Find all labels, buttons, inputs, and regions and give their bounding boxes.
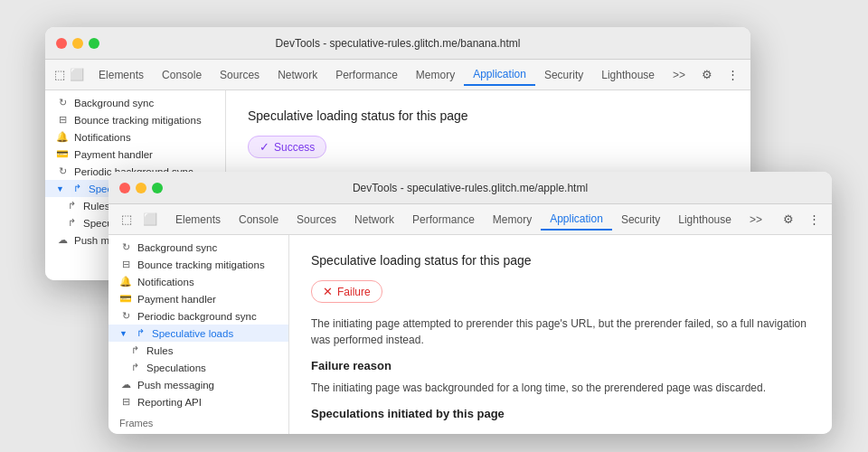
reporting-icon: ⊟ [119, 396, 132, 408]
panel-title-1: Speculative loading status for this page [248, 108, 729, 123]
periodic-icon-2: ↻ [119, 310, 132, 322]
inspect-icon-2[interactable]: ⬚ [116, 209, 137, 231]
bounce-icon-2: ⊟ [119, 259, 132, 270]
tab-memory[interactable]: Memory [407, 65, 464, 85]
sidebar-bounce-tracking[interactable]: ⊟ Bounce tracking mitigations [45, 111, 225, 128]
sidebar2-push-messaging[interactable]: ☁ Push messaging [108, 376, 288, 393]
payment-icon-2: 💳 [119, 293, 132, 305]
settings-icon-2[interactable]: ⚙ [778, 209, 799, 231]
tab-performance[interactable]: Performance [326, 65, 407, 85]
settings-icon[interactable]: ⚙ [696, 64, 718, 86]
tab-console[interactable]: Console [153, 65, 211, 85]
expand-icon: ▼ [56, 184, 65, 193]
sidebar2-speculative-loads[interactable]: ▼ ↱ Speculative loads [108, 325, 288, 342]
success-badge: ✓ Success [248, 136, 326, 158]
maximize-button-1[interactable] [89, 38, 99, 49]
tab2-more[interactable]: >> [741, 210, 771, 230]
inspect-icon[interactable]: ⬚ [52, 64, 68, 86]
window-title-2: DevTools - speculative-rules.glitch.me/a… [353, 182, 588, 194]
tab2-elements[interactable]: Elements [166, 210, 230, 230]
sidebar-label: Rules [146, 345, 173, 356]
title-bar-2: DevTools - speculative-rules.glitch.me/a… [108, 172, 832, 204]
more-icon-2[interactable]: ⋮ [803, 209, 825, 231]
sidebar-notifications[interactable]: 🔔 Notifications [45, 128, 225, 146]
close-button-1[interactable] [56, 38, 67, 49]
main-panel-2: Speculative loading status for this page… [289, 235, 832, 434]
speculations-label: Speculations initiated by this page [311, 407, 810, 420]
speculative-icon: ↱ [71, 183, 83, 194]
notification-icon: 🔔 [56, 131, 69, 143]
minimize-button-1[interactable] [72, 38, 83, 49]
content-area-2: ↻ Background sync ⊟ Bounce tracking miti… [108, 235, 832, 434]
sidebar-2: ↻ Background sync ⊟ Bounce tracking miti… [108, 235, 289, 434]
more-icon[interactable]: ⋮ [722, 64, 743, 86]
tab2-lighthouse[interactable]: Lighthouse [669, 210, 741, 230]
tab-list-2: Elements Console Sources Network Perform… [166, 209, 776, 231]
sidebar-label: Notifications [74, 132, 131, 143]
toolbar-right-1: ⚙ ⋮ [696, 64, 743, 86]
tab-more[interactable]: >> [664, 65, 694, 85]
sidebar-label: Payment handler [74, 149, 153, 160]
sidebar-label: Speculations [146, 363, 206, 373]
sidebar2-speculations[interactable]: ↱ Speculations [108, 359, 288, 376]
toolbar-2: ⬚ ⬜ Elements Console Sources Network Per… [108, 204, 832, 235]
tab2-security[interactable]: Security [612, 210, 669, 230]
tab2-sources[interactable]: Sources [288, 210, 345, 230]
tab-elements[interactable]: Elements [90, 65, 153, 85]
sidebar2-payment-handler[interactable]: 💳 Payment handler [108, 290, 288, 307]
failure-reason-text: The initiating page was backgrounded for… [311, 380, 810, 396]
tab2-performance[interactable]: Performance [403, 210, 484, 230]
tab2-network[interactable]: Network [345, 210, 403, 230]
sync-icon-2: ↻ [119, 241, 132, 253]
tab-list-1: Elements Console Sources Network Perform… [90, 64, 694, 86]
maximize-button-2[interactable] [152, 183, 163, 193]
tab-application[interactable]: Application [464, 64, 535, 86]
sidebar2-reporting-api[interactable]: ⊟ Reporting API [108, 393, 288, 410]
sidebar-label: Payment handler [137, 294, 216, 305]
success-icon: ✓ [259, 140, 269, 154]
bounce-icon: ⊟ [56, 114, 69, 126]
toolbar-1: ⬚ ⬜ Elements Console Sources Network Per… [45, 60, 750, 90]
sidebar-label: Periodic background sync [137, 311, 257, 322]
minimize-button-2[interactable] [136, 183, 146, 193]
panel-title-2: Speculative loading status for this page [311, 253, 810, 268]
frames-label: Frames [108, 414, 288, 432]
rules-icon-2: ↱ [128, 344, 141, 356]
sync-icon: ↻ [56, 97, 69, 108]
sidebar2-bounce-tracking[interactable]: ⊟ Bounce tracking mitigations [108, 256, 288, 273]
sidebar-payment-handler[interactable]: 💳 Payment handler [45, 146, 225, 163]
window-title-1: DevTools - speculative-rules.glitch.me/b… [276, 37, 521, 50]
sidebar-label: Reporting API [137, 397, 202, 408]
speculations-icon-2: ↱ [128, 362, 141, 373]
tab-network[interactable]: Network [269, 65, 326, 85]
tab2-application[interactable]: Application [541, 209, 612, 231]
status-text: Success [274, 141, 315, 154]
tab-sources[interactable]: Sources [211, 65, 269, 85]
speculative-icon-2: ↱ [134, 327, 146, 339]
tab2-memory[interactable]: Memory [484, 210, 541, 230]
sidebar-label: Bounce tracking mitigations [74, 115, 202, 126]
sidebar2-rules[interactable]: ↱ Rules [108, 342, 288, 359]
push-icon: ☁ [56, 234, 69, 246]
toolbar-right-2: ⚙ ⋮ [778, 209, 825, 231]
close-button-2[interactable] [119, 183, 130, 193]
periodic-icon: ↻ [56, 165, 69, 177]
window-controls-1 [56, 38, 99, 49]
sidebar2-notifications[interactable]: 🔔 Notifications [108, 273, 288, 290]
failure-reason-label: Failure reason [311, 359, 810, 372]
device-icon[interactable]: ⬜ [70, 64, 85, 86]
sidebar-label: Bounce tracking mitigations [137, 259, 265, 270]
tab2-console[interactable]: Console [230, 210, 288, 230]
failure-icon: ✕ [323, 285, 333, 298]
sidebar2-background-sync[interactable]: ↻ Background sync [108, 239, 288, 256]
sidebar-label: Speculative loads [152, 328, 233, 339]
push-icon-2: ☁ [119, 379, 132, 391]
sidebar2-periodic-sync[interactable]: ↻ Periodic background sync [108, 307, 288, 325]
sidebar-background-sync[interactable]: ↻ Background sync [45, 94, 225, 111]
sidebar-label: Background sync [137, 242, 217, 253]
device-icon-2[interactable]: ⬜ [139, 209, 161, 231]
speculations-icon: ↱ [65, 217, 78, 229]
window-controls-2 [119, 183, 163, 193]
tab-lighthouse[interactable]: Lighthouse [592, 65, 664, 85]
tab-security[interactable]: Security [535, 65, 592, 85]
